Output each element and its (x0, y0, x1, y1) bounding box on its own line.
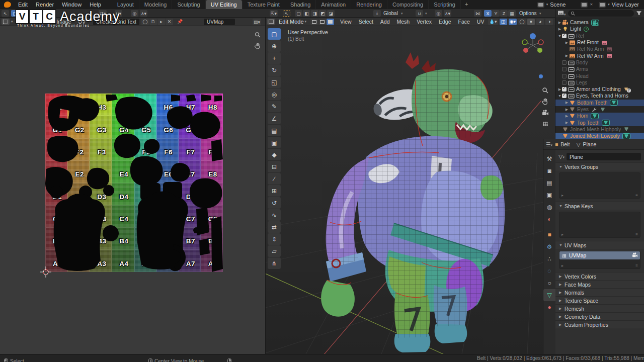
tool-measure[interactable]: ∠ (268, 113, 281, 124)
pin-icon[interactable]: 📌 (176, 19, 184, 25)
expand-arrow[interactable]: ▶ (557, 21, 562, 25)
xray-toggle-icon[interactable]: ◫ (500, 19, 507, 25)
expand-arrow[interactable]: ▶ (565, 114, 569, 118)
vp-active-tool-icon[interactable]: ↖ (283, 10, 290, 17)
mirror-y-button[interactable]: Y (492, 10, 500, 17)
panel-header-shape-keys[interactable]: ▼Shape Keys (555, 202, 644, 210)
tool-loop-cut[interactable]: ⊟ (268, 161, 281, 172)
snap-cage-icon[interactable]: ▦ (508, 10, 516, 17)
outliner-row-eyes-teeth-and-horns[interactable]: ▼Eyes, Teeth and Horns (555, 93, 644, 99)
shading-rendered-icon[interactable]: ◑ (545, 19, 553, 25)
list-grip[interactable]: ▸≡ (561, 232, 638, 237)
workspace-add-tab[interactable]: + (461, 0, 472, 9)
outliner-row-horn[interactable]: ▶Horn (555, 113, 644, 119)
tool-rip-region[interactable]: ⋔ (268, 257, 281, 269)
workspace-tab-scripting[interactable]: Scripting (429, 0, 461, 9)
shading-material-icon[interactable]: ◕ (536, 19, 544, 25)
workspace-tab-uv-editing[interactable]: UV Editing (206, 0, 243, 9)
tool-bevel[interactable]: ◆ (268, 149, 281, 160)
blender-logo-icon[interactable] (4, 2, 11, 8)
unlink-image-icon[interactable]: ✕ (166, 19, 173, 25)
mode-icon[interactable] (267, 19, 275, 25)
workspace-tab-layout[interactable]: Layout (112, 0, 139, 9)
light-d-icon[interactable]: + (584, 27, 589, 32)
falloff-icon[interactable]: ∧▾ (444, 10, 451, 17)
vp-hand-icon[interactable] (540, 97, 551, 106)
outliner-row-ref-front[interactable]: ▶Ref Front (555, 39, 644, 46)
orientation-value[interactable]: Global (383, 10, 398, 17)
expand-arrow[interactable]: ▶ (557, 27, 562, 31)
view-layer-caret[interactable]: ▾ (608, 3, 610, 7)
uv-editor-type-icon[interactable] (2, 19, 10, 25)
orientation-icon[interactable]: ⤓ (373, 10, 381, 17)
vp-menu-select[interactable]: Select (355, 19, 377, 25)
tool-shrink-fatten[interactable]: ⇕ (268, 233, 281, 245)
uv-proportional-icon[interactable]: ◎ (131, 10, 138, 17)
tool-extrude-region[interactable]: ▤ (268, 125, 281, 136)
vp-tool-dropdown-icon[interactable]: ⇱▾ (270, 10, 278, 17)
properties-tab-modifiers[interactable]: ⚙ (543, 241, 555, 253)
select-mode-invert-icon[interactable]: ◩ (319, 10, 327, 17)
properties-tab-object-data[interactable]: ▽ (543, 289, 555, 301)
wrench-icon[interactable] (591, 107, 597, 112)
shading-solid-icon[interactable]: ● (527, 19, 535, 25)
mesh-dim-icon[interactable] (600, 107, 606, 112)
shading-wireframe-icon[interactable]: ◯ (518, 19, 526, 25)
expand-arrow[interactable]: ▶ (565, 54, 569, 58)
properties-tab-output[interactable]: ▤ (543, 177, 555, 189)
outliner-row-eyes[interactable]: ▶Eyes (555, 106, 644, 113)
properties-tab-constraints[interactable]: ○ (543, 277, 555, 289)
viewport-canvas[interactable]: ▢⊕+↻◱◎✎∠▤▣◆⊟∕⊞↺∿⇄⇕▱⋔ User Perspective (1… (265, 26, 555, 354)
properties-tab-physics[interactable]: ◌ (543, 265, 555, 277)
options-label[interactable]: Options (519, 10, 536, 17)
select-mode-intersect-icon[interactable]: ◪ (327, 10, 335, 17)
tool-shear[interactable]: ▱ (268, 245, 281, 257)
outliner-row-ref[interactable]: ▼Ref (555, 33, 644, 39)
mesh-name-field[interactable]: Plane (567, 153, 641, 160)
outliner-row-armor-and-clothing[interactable]: ▶Armor and Clothing7 (555, 86, 644, 93)
menu-render[interactable]: Render (32, 1, 58, 8)
visibility-checkbox[interactable] (562, 74, 567, 78)
visibility-checkbox[interactable] (562, 34, 567, 38)
outliner-row-ref-no-arm[interactable]: Ref No Arm (555, 46, 644, 52)
img-dim-d-icon[interactable] (606, 47, 612, 52)
workspace-tab-animation[interactable]: Animation (316, 0, 351, 9)
visibility-checkbox[interactable] (562, 87, 567, 92)
menu-edit[interactable]: Edit (14, 1, 32, 8)
mirror-icon[interactable]: ⋈ (474, 10, 481, 17)
properties-tab-tool[interactable]: ⚒ (543, 153, 555, 165)
select-mode-extend-icon[interactable]: ◧ (303, 10, 310, 17)
list-item-uvmap[interactable]: UVMap (559, 251, 640, 259)
expand-arrow[interactable]: ▶ (565, 121, 569, 125)
image-display-icon[interactable]: ▤▾ (253, 19, 261, 25)
workspace-tab-compositing[interactable]: Compositing (387, 0, 429, 9)
scene-icon[interactable] (537, 2, 544, 8)
outliner-row-joined-mesh-highpoly[interactable]: Joined Mesh Highpoly (555, 126, 644, 133)
outliner-row-bottom-teeth[interactable]: ▶Bottom Teeth (555, 100, 644, 106)
tool-knife[interactable]: ∕ (268, 173, 281, 185)
scene-dropdown-caret[interactable]: ▾ (546, 3, 548, 7)
mesh-sel-icon[interactable] (610, 100, 618, 106)
mode-label[interactable]: Edit Mode (279, 19, 304, 25)
mesh-sel-icon[interactable] (591, 113, 599, 119)
expand-arrow[interactable]: ▼ (557, 94, 562, 98)
uv-zoom-icon[interactable] (253, 30, 262, 39)
mesh-sel-icon[interactable] (622, 133, 630, 139)
breadcrumb-data[interactable]: Plane (583, 141, 596, 147)
vp-zoom-icon[interactable] (540, 85, 551, 95)
properties-tab-object[interactable]: ■ (543, 229, 555, 241)
uv-active-tool-icon[interactable]: ↖ (2, 10, 9, 17)
tool-annotate[interactable]: ✎ (268, 101, 281, 112)
eyedropper-icon[interactable]: 💧▾ (488, 19, 498, 25)
mirror-z-button[interactable]: Z (500, 10, 508, 17)
expand-arrow[interactable]: ▶ (565, 101, 569, 105)
panel-header-texture-space[interactable]: ▶Texture Space (555, 296, 644, 304)
select-mode-new-icon[interactable]: ▢ (295, 10, 302, 17)
vp-menu-add[interactable]: Add (377, 19, 393, 25)
mirror-x-button[interactable]: X (484, 10, 492, 17)
panel-header-vertex-colors[interactable]: ▶Vertex Colors (555, 272, 644, 280)
outliner-row-arms[interactable]: Arms (555, 66, 644, 72)
visibility-checkbox[interactable] (562, 94, 567, 98)
vp-menu-vertex[interactable]: Vertex (413, 19, 435, 25)
workspace-tab-rendering[interactable]: Rendering (351, 0, 387, 9)
